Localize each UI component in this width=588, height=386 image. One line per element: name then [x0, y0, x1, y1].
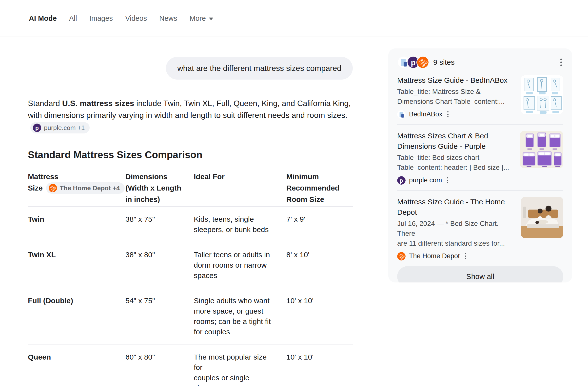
col-header-ideal-for: Ideal For [194, 171, 286, 205]
svg-text:p: p [400, 177, 403, 184]
table-row-queen: Queen 60" x 80" The most popular size fo… [28, 344, 353, 386]
purple-favicon-icon: p [397, 176, 406, 185]
table-row-full: Full (Double) 54" x 75" Single adults wh… [28, 288, 353, 344]
source-card-home-depot[interactable]: Mattress Size Guide - The Home Depot Jul… [397, 191, 563, 266]
card-menu-kebab-icon[interactable] [463, 251, 467, 261]
citation-chip-label: The Home Depot +4 [60, 182, 120, 194]
col-header-room-size: Minimum Recommended Room Size [286, 171, 353, 205]
source-card-title[interactable]: Mattress Size Guide - BedInABox [397, 75, 515, 86]
col-header-size-bottom: Size [28, 182, 43, 194]
tab-more[interactable]: More [189, 14, 213, 23]
cell-room-size: 7' x 9' [286, 214, 353, 235]
svg-text:p: p [35, 125, 39, 131]
ai-answer-paragraph: Standard U.S. mattress sizes include Twi… [28, 97, 353, 134]
source-name-label: purple.com [409, 177, 442, 184]
home-depot-favicon-icon: THEHOMEDEPOT [49, 184, 57, 192]
purple-favicon-icon: p [33, 124, 41, 132]
tab-more-label: More [189, 14, 206, 23]
source-card-title[interactable]: Mattress Size Guide - The Home Depot [397, 197, 515, 217]
col-header-mattress-size: Mattress Size THEHOMEDEPOT The Home Depo… [28, 171, 126, 205]
source-favicon-stack: p THEHOMEDEPOT [397, 56, 429, 69]
tab-all[interactable]: All [69, 14, 77, 23]
source-card-snippet: Table_title: Bed sizes chart Table_conte… [397, 153, 514, 173]
citation-chip-home-depot[interactable]: THEHOMEDEPOT The Home Depot +4 [46, 182, 125, 194]
search-results-page: AI Mode All Images Videos News More what… [0, 0, 588, 386]
search-tabs-bar: AI Mode All Images Videos News More [0, 0, 588, 37]
cell-dimensions: 60" x 80" [126, 352, 194, 386]
answer-text-bold: U.S. mattress sizes [62, 99, 134, 108]
table-section-heading: Standard Mattress Sizes Comparison [28, 148, 353, 161]
tab-images[interactable]: Images [89, 14, 113, 23]
cell-ideal-for: The most popular size for couples or sin… [194, 352, 286, 386]
chevron-down-icon [209, 18, 213, 20]
col-header-mattress-top: Mattress [28, 171, 116, 182]
purple-thumbnail[interactable] [520, 131, 563, 168]
tab-ai-mode[interactable]: AI Mode [29, 14, 57, 23]
col-header-dimensions: Dimensions (Width x Length in inches) [126, 171, 194, 205]
cell-size: Full (Double) [28, 295, 126, 337]
home-depot-thumbnail[interactable] [521, 197, 563, 238]
source-card-purple[interactable]: Mattress Sizes Chart & Bed Dimensions Gu… [397, 125, 563, 191]
card-menu-kebab-icon[interactable] [445, 176, 450, 185]
bedinabox-thumbnail[interactable] [521, 75, 563, 114]
source-name-label: The Home Depot [409, 252, 460, 260]
home-depot-favicon-icon: THEHOMEDEPOT [397, 252, 406, 260]
cell-dimensions: 38" x 75" [126, 214, 194, 235]
source-attribution-row: p purple.com [397, 176, 514, 185]
source-attribution-row: BedInABox [397, 110, 515, 119]
source-card-snippet: Jul 16, 2024 — * Bed Size Chart. There a… [397, 219, 515, 248]
home-depot-favicon-icon: THEHOMEDEPOT [417, 56, 429, 69]
cell-ideal-for: Taller teens or adults in dorm rooms or … [194, 250, 286, 281]
citation-chip-purple[interactable]: p purple.com +1 [30, 122, 90, 134]
cell-room-size: 10' x 10' [286, 352, 353, 386]
answer-text-prefix: Standard [28, 99, 62, 108]
table-row-twin: Twin 38" x 75" Kids, teens, single sleep… [28, 206, 353, 242]
source-attribution-row: THEHOMEDEPOT The Home Depot [397, 251, 515, 261]
cell-size: Twin [28, 214, 126, 235]
sources-panel: p THEHOMEDEPOT 9 sites Mattress Size Gui… [388, 48, 572, 282]
table-row-twin-xl: Twin XL 38" x 80" Taller teens or adults… [28, 242, 353, 288]
tab-news[interactable]: News [159, 14, 177, 23]
cell-dimensions: 38" x 80" [126, 250, 194, 281]
tab-videos[interactable]: Videos [125, 14, 147, 23]
table-header-row: Mattress Size THEHOMEDEPOT The Home Depo… [28, 171, 353, 206]
main-content: what are the different mattress sizes co… [28, 38, 353, 386]
cell-size: Queen [28, 352, 126, 386]
sources-panel-header: p THEHOMEDEPOT 9 sites [397, 55, 563, 69]
show-all-button[interactable]: Show all [397, 266, 563, 282]
citation-chip-label: purple.com +1 [44, 122, 85, 134]
mattress-comparison-table: Mattress Size THEHOMEDEPOT The Home Depo… [28, 171, 353, 386]
user-query-bubble: what are the different mattress sizes co… [166, 57, 353, 80]
cell-dimensions: 54" x 75" [126, 295, 194, 337]
svg-text:p: p [411, 58, 416, 67]
source-name-label: BedInABox [409, 111, 442, 118]
cell-size: Twin XL [28, 250, 126, 281]
sites-count-label: 9 sites [433, 58, 455, 67]
card-menu-kebab-icon[interactable] [446, 110, 450, 119]
source-card-title[interactable]: Mattress Sizes Chart & Bed Dimensions Gu… [397, 131, 514, 152]
bedinabox-favicon-icon [397, 110, 406, 119]
cell-ideal-for: Kids, teens, single sleepers, or bunk be… [194, 214, 286, 235]
cell-ideal-for: Single adults who want more space, or gu… [194, 295, 286, 337]
cell-room-size: 8' x 10' [286, 250, 353, 281]
source-card-snippet: Table_title: Mattress Size & Dimensions … [397, 87, 515, 107]
panel-menu-kebab-icon[interactable] [559, 57, 563, 68]
cell-room-size: 10' x 10' [286, 295, 353, 337]
source-card-bedinabox[interactable]: Mattress Size Guide - BedInABox Table_ti… [397, 69, 563, 125]
